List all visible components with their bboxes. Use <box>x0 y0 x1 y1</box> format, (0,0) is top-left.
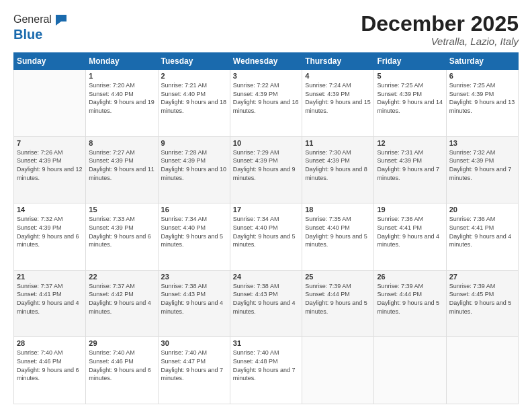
day-number: 21 <box>17 273 83 281</box>
day-info: Sunrise: 7:30 AMSunset: 4:39 PMDaylight:… <box>305 148 371 182</box>
day-info: Sunrise: 7:40 AMSunset: 4:46 PMDaylight:… <box>17 349 83 382</box>
header-thursday: Thursday <box>302 53 374 70</box>
day-number: 5 <box>377 72 443 80</box>
table-row: 14Sunrise: 7:32 AMSunset: 4:39 PMDayligh… <box>14 203 86 271</box>
day-number: 27 <box>449 273 515 281</box>
table-row <box>374 337 446 404</box>
table-row: 24Sunrise: 7:38 AMSunset: 4:43 PMDayligh… <box>230 270 302 337</box>
day-number: 1 <box>89 72 154 80</box>
day-info: Sunrise: 7:32 AMSunset: 4:39 PMDaylight:… <box>17 215 83 248</box>
table-row: 28Sunrise: 7:40 AMSunset: 4:46 PMDayligh… <box>14 337 86 404</box>
logo-blue: Blue <box>13 27 42 42</box>
table-row: 31Sunrise: 7:40 AMSunset: 4:48 PMDayligh… <box>230 337 302 404</box>
table-row: 15Sunrise: 7:33 AMSunset: 4:39 PMDayligh… <box>86 203 158 271</box>
table-row: 2Sunrise: 7:21 AMSunset: 4:40 PMDaylight… <box>158 70 230 137</box>
table-row: 1Sunrise: 7:20 AMSunset: 4:40 PMDaylight… <box>86 70 158 137</box>
day-number: 16 <box>161 205 227 214</box>
day-info: Sunrise: 7:31 AMSunset: 4:39 PMDaylight:… <box>377 148 443 182</box>
day-info: Sunrise: 7:39 AMSunset: 4:44 PMDaylight:… <box>305 282 371 316</box>
day-info: Sunrise: 7:40 AMSunset: 4:47 PMDaylight:… <box>161 349 227 382</box>
day-number: 8 <box>89 139 154 147</box>
day-info: Sunrise: 7:32 AMSunset: 4:39 PMDaylight:… <box>449 148 515 182</box>
table-row: 22Sunrise: 7:37 AMSunset: 4:42 PMDayligh… <box>86 270 158 337</box>
table-row: 13Sunrise: 7:32 AMSunset: 4:39 PMDayligh… <box>446 136 518 203</box>
day-info: Sunrise: 7:35 AMSunset: 4:40 PMDaylight:… <box>305 215 371 248</box>
day-number: 24 <box>233 273 299 281</box>
table-row <box>446 337 518 404</box>
svg-marker-0 <box>56 15 66 26</box>
day-number: 10 <box>233 139 299 147</box>
day-info: Sunrise: 7:34 AMSunset: 4:40 PMDaylight:… <box>161 215 227 248</box>
day-number: 25 <box>305 273 371 281</box>
day-number: 3 <box>233 72 299 80</box>
day-info: Sunrise: 7:25 AMSunset: 4:39 PMDaylight:… <box>449 81 515 115</box>
day-number: 4 <box>305 72 371 80</box>
location: Vetralla, Lazio, Italy <box>361 36 519 47</box>
calendar-table: Sunday Monday Tuesday Wednesday Thursday… <box>13 52 519 404</box>
calendar-week-row: 1Sunrise: 7:20 AMSunset: 4:40 PMDaylight… <box>14 70 519 137</box>
header-tuesday: Tuesday <box>158 53 230 70</box>
day-info: Sunrise: 7:22 AMSunset: 4:39 PMDaylight:… <box>233 81 299 115</box>
day-info: Sunrise: 7:39 AMSunset: 4:45 PMDaylight:… <box>449 282 515 316</box>
day-info: Sunrise: 7:28 AMSunset: 4:39 PMDaylight:… <box>161 148 227 182</box>
day-number: 19 <box>377 205 443 214</box>
day-number: 13 <box>449 139 515 147</box>
table-row: 30Sunrise: 7:40 AMSunset: 4:47 PMDayligh… <box>158 337 230 404</box>
day-info: Sunrise: 7:29 AMSunset: 4:39 PMDaylight:… <box>233 148 299 182</box>
day-number: 12 <box>377 139 443 147</box>
day-number: 23 <box>161 273 227 281</box>
day-number: 17 <box>233 205 299 214</box>
day-number: 20 <box>449 205 515 214</box>
header-friday: Friday <box>374 53 446 70</box>
table-row: 20Sunrise: 7:36 AMSunset: 4:41 PMDayligh… <box>446 203 518 271</box>
day-number: 9 <box>161 139 227 147</box>
day-info: Sunrise: 7:25 AMSunset: 4:39 PMDaylight:… <box>377 81 443 115</box>
table-row <box>14 70 86 137</box>
table-row: 12Sunrise: 7:31 AMSunset: 4:39 PMDayligh… <box>374 136 446 203</box>
month-title: December 2025 <box>361 12 519 36</box>
table-row: 7Sunrise: 7:26 AMSunset: 4:39 PMDaylight… <box>14 136 86 203</box>
day-info: Sunrise: 7:37 AMSunset: 4:41 PMDaylight:… <box>17 282 83 316</box>
day-info: Sunrise: 7:20 AMSunset: 4:40 PMDaylight:… <box>89 81 154 115</box>
table-row: 11Sunrise: 7:30 AMSunset: 4:39 PMDayligh… <box>302 136 374 203</box>
table-row: 3Sunrise: 7:22 AMSunset: 4:39 PMDaylight… <box>230 70 302 137</box>
table-row: 10Sunrise: 7:29 AMSunset: 4:39 PMDayligh… <box>230 136 302 203</box>
header: General Blue December 2025 Vetralla, Laz… <box>13 12 519 47</box>
title-block: December 2025 Vetralla, Lazio, Italy <box>361 12 519 47</box>
day-info: Sunrise: 7:39 AMSunset: 4:44 PMDaylight:… <box>377 282 443 316</box>
table-row: 8Sunrise: 7:27 AMSunset: 4:39 PMDaylight… <box>86 136 158 203</box>
calendar-week-row: 14Sunrise: 7:32 AMSunset: 4:39 PMDayligh… <box>14 203 519 271</box>
day-number: 2 <box>161 72 227 80</box>
table-row: 29Sunrise: 7:40 AMSunset: 4:46 PMDayligh… <box>86 337 158 404</box>
table-row: 17Sunrise: 7:34 AMSunset: 4:40 PMDayligh… <box>230 203 302 271</box>
calendar-week-row: 21Sunrise: 7:37 AMSunset: 4:41 PMDayligh… <box>14 270 519 337</box>
day-number: 15 <box>89 205 154 214</box>
table-row: 16Sunrise: 7:34 AMSunset: 4:40 PMDayligh… <box>158 203 230 271</box>
day-number: 28 <box>17 339 83 347</box>
day-info: Sunrise: 7:21 AMSunset: 4:40 PMDaylight:… <box>161 81 227 115</box>
table-row: 9Sunrise: 7:28 AMSunset: 4:39 PMDaylight… <box>158 136 230 203</box>
day-number: 30 <box>161 339 227 347</box>
day-info: Sunrise: 7:33 AMSunset: 4:39 PMDaylight:… <box>89 215 154 248</box>
header-saturday: Saturday <box>446 53 518 70</box>
day-number: 6 <box>449 72 515 80</box>
day-info: Sunrise: 7:38 AMSunset: 4:43 PMDaylight:… <box>233 282 299 316</box>
day-info: Sunrise: 7:40 AMSunset: 4:48 PMDaylight:… <box>233 349 299 382</box>
day-info: Sunrise: 7:24 AMSunset: 4:39 PMDaylight:… <box>305 81 371 115</box>
day-info: Sunrise: 7:36 AMSunset: 4:41 PMDaylight:… <box>449 215 515 248</box>
table-row: 5Sunrise: 7:25 AMSunset: 4:39 PMDaylight… <box>374 70 446 137</box>
day-info: Sunrise: 7:40 AMSunset: 4:46 PMDaylight:… <box>89 349 154 382</box>
day-info: Sunrise: 7:36 AMSunset: 4:41 PMDaylight:… <box>377 215 443 248</box>
day-info: Sunrise: 7:37 AMSunset: 4:42 PMDaylight:… <box>89 282 154 316</box>
logo-general: General <box>13 13 52 26</box>
table-row: 25Sunrise: 7:39 AMSunset: 4:44 PMDayligh… <box>302 270 374 337</box>
day-number: 26 <box>377 273 443 281</box>
logo: General Blue <box>13 12 68 42</box>
table-row: 6Sunrise: 7:25 AMSunset: 4:39 PMDaylight… <box>446 70 518 137</box>
table-row: 18Sunrise: 7:35 AMSunset: 4:40 PMDayligh… <box>302 203 374 271</box>
day-info: Sunrise: 7:26 AMSunset: 4:39 PMDaylight:… <box>17 148 83 182</box>
table-row: 21Sunrise: 7:37 AMSunset: 4:41 PMDayligh… <box>14 270 86 337</box>
day-info: Sunrise: 7:34 AMSunset: 4:40 PMDaylight:… <box>233 215 299 248</box>
calendar-week-row: 7Sunrise: 7:26 AMSunset: 4:39 PMDaylight… <box>14 136 519 203</box>
day-number: 29 <box>89 339 154 347</box>
